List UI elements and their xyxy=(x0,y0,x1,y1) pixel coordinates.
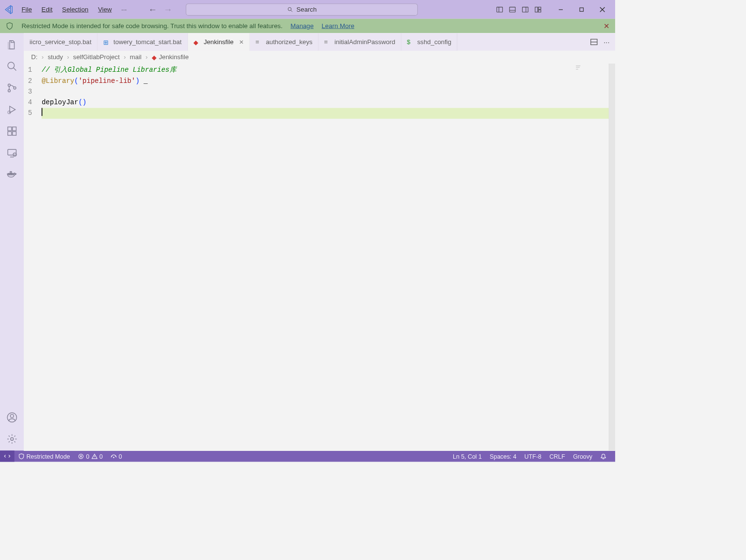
toggle-secondary-sidebar-icon[interactable] xyxy=(522,6,529,13)
run-debug-icon[interactable] xyxy=(5,103,19,116)
toggle-panel-icon[interactable] xyxy=(509,6,516,13)
menu-overflow-icon[interactable]: ··· xyxy=(117,4,130,15)
extensions-icon[interactable] xyxy=(5,124,19,138)
tab-sshd-config[interactable]: $ sshd_config xyxy=(401,33,458,50)
tab-jenkinsfile[interactable]: ◆ Jenkinsfile ✕ xyxy=(188,33,250,50)
title-bar: File Edit Selection View ··· ← → Search xyxy=(0,0,615,19)
breadcrumb-segment[interactable]: mail xyxy=(130,53,142,61)
status-errors: 0 xyxy=(86,453,89,460)
close-button[interactable] xyxy=(593,1,612,17)
banner-close-icon[interactable]: ✕ xyxy=(603,22,609,31)
text-cursor xyxy=(42,108,43,116)
code-string: 'pipeline-lib' xyxy=(79,77,136,85)
svg-point-35 xyxy=(11,438,14,441)
status-ports[interactable]: 0 xyxy=(107,453,126,460)
minimize-button[interactable] xyxy=(551,1,571,17)
windows-icon: ⊞ xyxy=(103,38,111,46)
tab-label: initialAdminPassword xyxy=(334,38,395,46)
line-number: 3 xyxy=(28,86,32,97)
breadcrumb-segment[interactable]: selfGitlabProject xyxy=(73,53,120,61)
docker-icon[interactable] xyxy=(5,168,19,181)
status-text: UTF-8 xyxy=(524,453,541,460)
breadcrumb-segment[interactable]: study xyxy=(48,53,63,61)
maximize-button[interactable] xyxy=(572,1,591,17)
remote-explorer-icon[interactable] xyxy=(5,146,19,160)
svg-point-42 xyxy=(113,457,114,458)
line-number: 5 xyxy=(28,108,32,119)
status-encoding[interactable]: UTF-8 xyxy=(521,453,546,460)
breadcrumb-segment[interactable]: Jenkinsfile xyxy=(159,53,189,61)
accounts-icon[interactable] xyxy=(5,411,19,424)
tab-label: iicro_service_stop.bat xyxy=(30,38,92,46)
menu-selection[interactable]: Selection xyxy=(58,4,93,15)
svg-rect-22 xyxy=(8,127,12,131)
status-restricted-mode[interactable]: Restricted Mode xyxy=(15,453,74,460)
remote-indicator[interactable] xyxy=(0,450,15,462)
menu-edit[interactable]: Edit xyxy=(37,4,56,15)
menu-view[interactable]: View xyxy=(94,4,116,15)
status-ports-count: 0 xyxy=(119,453,122,460)
svg-rect-8 xyxy=(535,7,538,12)
line-number: 1 xyxy=(28,65,32,76)
status-text: Spaces: 4 xyxy=(490,453,516,460)
status-problems[interactable]: 0 0 xyxy=(74,453,107,460)
svg-point-18 xyxy=(8,90,11,92)
status-cursor-position[interactable]: Ln 5, Col 1 xyxy=(449,453,486,460)
svg-point-15 xyxy=(8,62,14,68)
vertical-scrollbar[interactable] xyxy=(609,64,615,450)
menu-view-label: View xyxy=(98,6,111,13)
status-language[interactable]: Groovy xyxy=(569,453,596,460)
explorer-icon[interactable] xyxy=(5,38,19,51)
banner-learnmore-link[interactable]: Learn More xyxy=(321,22,354,30)
toggle-primary-sidebar-icon[interactable] xyxy=(496,6,503,13)
main-area: iicro_service_stop.bat ⊞ towery_tomcat_s… xyxy=(0,33,615,450)
svg-rect-12 xyxy=(580,8,583,11)
code-editor[interactable]: 1 2 3 4 5 // 引入Global Pipeline Libraries… xyxy=(24,64,615,450)
status-text: Ln 5, Col 1 xyxy=(453,453,482,460)
editor-area: iicro_service_stop.bat ⊞ towery_tomcat_s… xyxy=(24,33,615,450)
tab-close-icon[interactable]: ✕ xyxy=(239,39,244,45)
jenkins-icon: ◆ xyxy=(193,38,201,46)
svg-rect-2 xyxy=(497,7,503,12)
notifications-icon[interactable] xyxy=(596,453,610,459)
search-input[interactable]: Search xyxy=(186,3,417,16)
status-eol[interactable]: CRLF xyxy=(545,453,569,460)
svg-rect-26 xyxy=(8,149,16,155)
nav-back-icon[interactable]: ← xyxy=(148,4,157,15)
svg-rect-32 xyxy=(10,172,12,173)
code-comment: // 引入Global Pipeline Libraries库 xyxy=(42,66,176,74)
code-text: _ xyxy=(140,77,148,85)
source-control-icon[interactable] xyxy=(5,81,19,95)
search-placeholder: Search xyxy=(296,6,317,13)
banner-message: Restricted Mode is intended for safe cod… xyxy=(22,22,283,30)
search-icon xyxy=(287,6,293,13)
split-editor-icon[interactable] xyxy=(590,38,598,46)
banner-manage-link[interactable]: Manage xyxy=(290,22,314,30)
menu-file[interactable]: File xyxy=(17,4,36,15)
more-actions-icon[interactable]: ··· xyxy=(603,38,609,46)
breadcrumb[interactable]: D:› study› selfGitlabProject› mail› ◆ Je… xyxy=(24,51,615,64)
code-annotation: @Library xyxy=(42,77,74,85)
status-bar: Restricted Mode 0 0 0 Ln 5, Col 1 Spaces… xyxy=(0,450,615,462)
svg-point-34 xyxy=(10,415,14,418)
tab-authorized-keys[interactable]: ≡ authorized_keys xyxy=(250,33,318,50)
search-icon[interactable] xyxy=(5,60,19,73)
svg-rect-6 xyxy=(523,7,528,12)
tab-micro-service-stop[interactable]: iicro_service_stop.bat xyxy=(24,33,97,50)
nav-forward-icon[interactable]: → xyxy=(163,4,172,15)
settings-gear-icon[interactable] xyxy=(5,432,19,446)
svg-rect-9 xyxy=(539,7,541,9)
customize-layout-icon[interactable] xyxy=(534,6,541,13)
svg-rect-23 xyxy=(8,131,12,135)
text-file-icon: ≡ xyxy=(255,38,263,46)
status-indentation[interactable]: Spaces: 4 xyxy=(486,453,521,460)
minimap[interactable]: ▄▄▄▄▄▄▄▄▄▄▄▄▄▄ xyxy=(576,65,608,70)
tab-label: towery_tomcat_start.bat xyxy=(113,38,182,46)
code-content[interactable]: // 引入Global Pipeline Libraries库 @Library… xyxy=(42,64,615,450)
tab-towery-tomcat-start[interactable]: ⊞ towery_tomcat_start.bat xyxy=(97,33,188,50)
status-text: CRLF xyxy=(549,453,565,460)
breadcrumb-segment[interactable]: D: xyxy=(31,53,37,61)
svg-rect-10 xyxy=(539,10,541,12)
tab-initial-admin-password[interactable]: ≡ initialAdminPassword xyxy=(318,33,401,50)
menu-edit-label: Edit xyxy=(42,6,53,13)
